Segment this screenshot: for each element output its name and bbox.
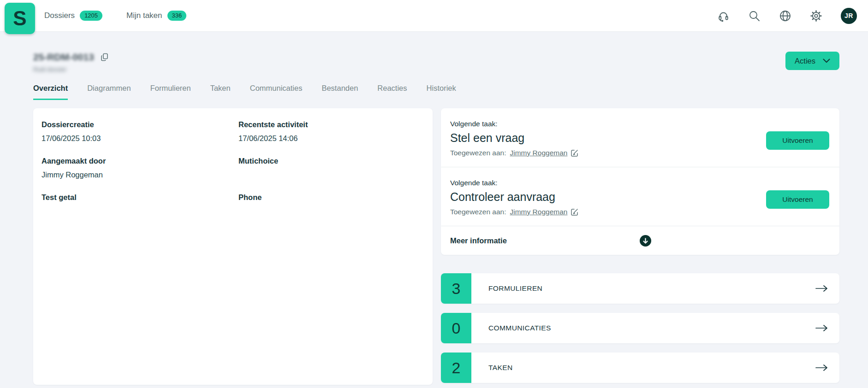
headset-icon[interactable] (717, 10, 730, 22)
nav-item-dossiers[interactable]: Dossiers 1205 (44, 11, 102, 21)
tab-formulieren[interactable]: Formulieren (150, 84, 191, 100)
dossier-tabs: Overzicht Diagrammen Formulieren Taken C… (33, 84, 839, 100)
edit-assignee-icon[interactable] (571, 149, 578, 157)
field-label: Dossiercreatie (42, 120, 227, 129)
user-initials: JR (844, 12, 853, 19)
summary-card-label: FORMULIEREN (488, 284, 542, 293)
field-label: Phone (238, 193, 424, 202)
edit-assignee-icon[interactable] (571, 208, 578, 216)
summary-card-label: COMMUNICATIES (488, 324, 551, 332)
dossier-title-block: 25-RDM-0013 Rudi dossier (33, 52, 109, 73)
field-value (238, 207, 424, 216)
summary-card-communicaties[interactable]: 0 COMMUNICATIES (441, 313, 839, 343)
arrow-right-icon[interactable] (815, 285, 828, 292)
nav-item-label: Dossiers (44, 11, 75, 20)
gear-icon[interactable] (810, 10, 822, 22)
uitvoeren-button[interactable]: Uitvoeren (766, 131, 829, 150)
arrow-right-icon[interactable] (815, 364, 828, 371)
page-header: 25-RDM-0013 Rudi dossier Acties (33, 52, 839, 73)
task-label: Volgende taak: (450, 120, 830, 128)
field-value: 17/06/2025 14:06 (238, 134, 424, 143)
field-value: Jimmy Roggeman (42, 170, 227, 180)
uitvoeren-button[interactable]: Uitvoeren (766, 190, 829, 209)
search-icon[interactable] (748, 10, 761, 22)
field-dossiercreatie: Dossiercreatie 17/06/2025 10:03 (42, 120, 227, 143)
task-row: Volgende taak: Stel een vraag Toegewezen… (441, 108, 839, 167)
field-value (238, 170, 424, 180)
field-mutichoice: Mutichoice (238, 157, 424, 180)
field-label: Test getal (42, 193, 227, 202)
field-phone: Phone (238, 193, 424, 216)
field-test-getal: Test getal (42, 193, 227, 216)
summary-card-label: TAKEN (488, 364, 513, 372)
summary-card-formulieren[interactable]: 3 FORMULIEREN (441, 273, 839, 304)
globe-icon[interactable] (779, 10, 791, 22)
more-info-row: Meer informatie (441, 226, 839, 255)
more-info-label: Meer informatie (450, 236, 507, 245)
top-bar-actions: JR (717, 8, 868, 24)
main-content: 25-RDM-0013 Rudi dossier Acties Overzich… (0, 31, 868, 385)
field-label: Recentste activiteit (238, 120, 424, 129)
assignee-link[interactable]: Jimmy Roggeman (510, 208, 568, 216)
task-assignee-row: Toegewezen aan: Jimmy Roggeman (450, 149, 830, 157)
field-label: Mutichoice (238, 157, 424, 165)
field-value (42, 207, 227, 216)
assigned-prefix: Toegewezen aan: (450, 208, 506, 216)
field-value: 17/06/2025 10:03 (42, 134, 227, 143)
tab-bestanden[interactable]: Bestanden (321, 84, 358, 100)
user-avatar[interactable]: JR (841, 8, 857, 24)
dossier-number: 25-RDM-0013 (33, 52, 94, 63)
nav-item-mijn-taken[interactable]: Mijn taken 336 (126, 11, 186, 21)
formulieren-count: 3 (441, 273, 471, 304)
acties-button-label: Acties (795, 57, 815, 65)
nav-item-label: Mijn taken (126, 11, 162, 20)
field-aangemaakt-door: Aangemaakt door Jimmy Roggeman (42, 157, 227, 180)
expand-more-info-button[interactable] (640, 235, 651, 247)
task-label: Volgende taak: (450, 179, 830, 187)
communicaties-count: 0 (441, 313, 471, 343)
dossier-subtitle: Rudi dossier (33, 66, 109, 73)
tab-overzicht[interactable]: Overzicht (33, 84, 68, 100)
field-recentste-activiteit: Recentste activiteit 17/06/2025 14:06 (238, 120, 424, 143)
assigned-prefix: Toegewezen aan: (450, 149, 506, 157)
task-row: Volgende taak: Controleer aanvraag Toege… (441, 167, 839, 226)
taken-count-badge: 336 (167, 11, 187, 21)
chevron-down-icon (823, 59, 830, 63)
task-assignee-row: Toegewezen aan: Jimmy Roggeman (450, 208, 830, 216)
assignee-link[interactable]: Jimmy Roggeman (510, 149, 568, 157)
taken-count: 2 (441, 353, 471, 383)
dossiers-count-badge: 1205 (80, 11, 102, 21)
app-logo[interactable]: S (5, 3, 35, 34)
dossier-details-card: Dossiercreatie 17/06/2025 10:03 Recentst… (33, 108, 433, 385)
tab-taken[interactable]: Taken (210, 84, 231, 100)
tab-diagrammen[interactable]: Diagrammen (87, 84, 131, 100)
tab-historiek[interactable]: Historiek (427, 84, 456, 100)
copy-icon[interactable] (101, 53, 109, 61)
right-column: Volgende taak: Stel een vraag Toegewezen… (441, 108, 839, 383)
arrow-right-icon[interactable] (815, 324, 828, 332)
top-bar: S Dossiers 1205 Mijn taken 336 (0, 0, 868, 31)
tab-reacties[interactable]: Reacties (377, 84, 407, 100)
tab-communicaties[interactable]: Communicaties (250, 84, 303, 100)
overview-content: Dossiercreatie 17/06/2025 10:03 Recentst… (33, 108, 839, 385)
app-logo-letter: S (13, 7, 26, 30)
main-nav: Dossiers 1205 Mijn taken 336 (44, 11, 186, 21)
summary-card-taken[interactable]: 2 TAKEN (441, 353, 839, 383)
field-label: Aangemaakt door (42, 157, 227, 165)
next-tasks-card: Volgende taak: Stel een vraag Toegewezen… (441, 108, 839, 255)
acties-button[interactable]: Acties (785, 52, 839, 70)
